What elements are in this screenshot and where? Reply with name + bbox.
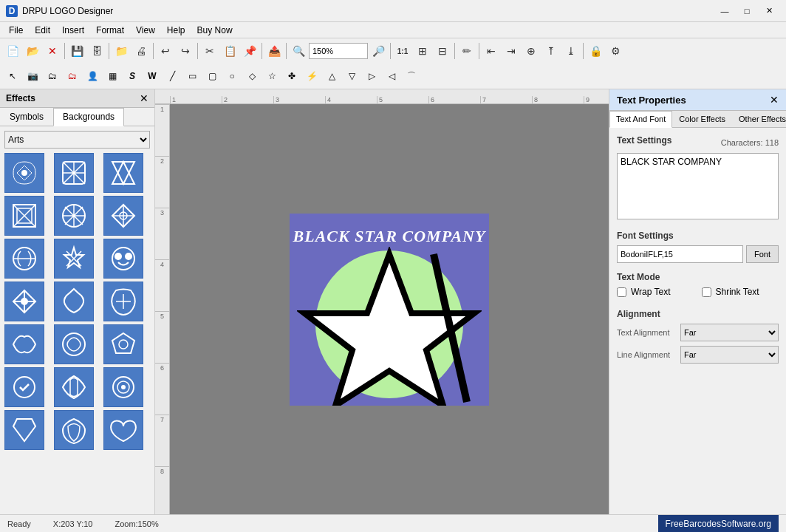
diamond-tool[interactable]: ◇ xyxy=(242,66,262,86)
align-bottom-button[interactable]: ⤓ xyxy=(561,41,581,61)
svg-point-13 xyxy=(63,333,85,355)
select-tool[interactable]: ↖ xyxy=(3,66,22,86)
export-button[interactable]: 📤 xyxy=(264,41,284,61)
line-tool[interactable]: ╱ xyxy=(163,66,182,86)
svg-point-15 xyxy=(14,377,35,398)
symbol-item[interactable] xyxy=(4,410,44,450)
zoom-out-button[interactable]: 🔎 xyxy=(369,41,388,61)
close-button[interactable]: ✕ xyxy=(758,4,780,18)
symbol-item[interactable] xyxy=(103,239,143,279)
save-all-button[interactable]: 🗄 xyxy=(87,41,106,61)
rectangle-tool[interactable]: ▭ xyxy=(182,66,202,86)
arrow-tool[interactable]: ⚡ xyxy=(302,66,321,86)
user-tool[interactable]: 👤 xyxy=(83,66,102,86)
minimize-button[interactable]: — xyxy=(714,4,736,18)
tab-symbols[interactable]: Symbols xyxy=(0,108,53,126)
tab-other-effects[interactable]: Other Effects xyxy=(732,111,786,127)
tab-backgrounds[interactable]: Backgrounds xyxy=(53,108,124,126)
fit-button[interactable]: ⊞ xyxy=(413,41,432,61)
menu-format[interactable]: Format xyxy=(90,24,130,37)
zoom-in-button[interactable]: 🔍 xyxy=(289,41,308,61)
canvas-scroll[interactable]: BLACK STAR COMPANY xyxy=(170,104,609,514)
symbol-item[interactable] xyxy=(4,153,44,193)
symbol-item[interactable] xyxy=(54,410,94,450)
undo-button[interactable]: ↩ xyxy=(156,41,175,61)
actual-size-button[interactable]: 1:1 xyxy=(393,41,412,61)
align-center-button[interactable]: ⊕ xyxy=(522,41,541,61)
symbol-item[interactable] xyxy=(54,196,94,236)
zoom-input[interactable] xyxy=(309,43,368,59)
symbol-item[interactable] xyxy=(4,324,44,364)
sep9 xyxy=(479,43,479,59)
triangle-tool[interactable]: △ xyxy=(322,66,341,86)
star-tool[interactable]: ☆ xyxy=(262,66,281,86)
lock-button[interactable]: 🔒 xyxy=(586,41,605,61)
symbol-item[interactable] xyxy=(54,367,94,407)
text-content-area[interactable] xyxy=(617,153,779,219)
category-select[interactable]: Arts Nature Business xyxy=(4,131,150,149)
arrow-right-tool[interactable]: ▷ xyxy=(362,66,381,86)
symbol-item[interactable] xyxy=(103,324,143,364)
symbol-item[interactable] xyxy=(4,367,44,407)
open-button[interactable]: 📂 xyxy=(23,41,42,61)
barcode-tool[interactable]: ▦ xyxy=(103,66,122,86)
symbol-item[interactable] xyxy=(54,324,94,364)
open-folder-button[interactable]: 📁 xyxy=(112,41,131,61)
tab-text-and-font[interactable]: Text And Font xyxy=(609,111,672,128)
cut-button[interactable]: ✂ xyxy=(200,41,219,61)
rounded-rect-tool[interactable]: ▢ xyxy=(202,66,222,86)
shrink-text-checkbox[interactable] xyxy=(702,287,711,297)
menu-help[interactable]: Help xyxy=(161,24,191,37)
align-left-button[interactable]: ⇤ xyxy=(482,41,501,61)
text-properties-close[interactable]: ✕ xyxy=(770,94,779,106)
symbol-item[interactable] xyxy=(4,282,44,321)
pencil-button[interactable]: ✏ xyxy=(457,41,476,61)
logo-canvas[interactable]: BLACK STAR COMPANY xyxy=(290,214,489,406)
copy-button[interactable]: 📋 xyxy=(220,41,239,61)
ellipse-tool[interactable]: ○ xyxy=(222,66,242,86)
maximize-button[interactable]: □ xyxy=(736,4,758,18)
font-button[interactable]: Font xyxy=(746,245,779,263)
line-alignment-select[interactable]: Near Center Far xyxy=(680,346,779,364)
ruler-h-mark: 8 xyxy=(532,96,584,103)
wrap-text-checkbox[interactable] xyxy=(617,287,626,297)
symbol-item[interactable] xyxy=(54,239,94,279)
symbol-item[interactable] xyxy=(103,196,143,236)
align-right-button[interactable]: ⇥ xyxy=(502,41,521,61)
menu-view[interactable]: View xyxy=(130,24,161,37)
align-top-button[interactable]: ⤒ xyxy=(541,41,561,61)
properties-button[interactable]: ⚙ xyxy=(606,41,625,61)
tab-color-effects[interactable]: Color Effects xyxy=(672,111,732,127)
menu-insert[interactable]: Insert xyxy=(56,24,90,37)
redo-button[interactable]: ↪ xyxy=(176,41,195,61)
symbol-item[interactable] xyxy=(4,239,44,279)
symbol-item[interactable] xyxy=(103,153,143,193)
arrow-left-tool[interactable]: ◁ xyxy=(382,66,401,86)
menu-buynow[interactable]: Buy Now xyxy=(191,24,239,37)
text-s-tool[interactable]: S xyxy=(123,66,142,86)
cross-tool[interactable]: ✤ xyxy=(282,66,301,86)
text-w-tool[interactable]: W xyxy=(143,66,162,86)
symbol-item[interactable] xyxy=(103,367,143,407)
screenshot-tool[interactable]: 📷 xyxy=(23,66,42,86)
symbol-item[interactable] xyxy=(54,282,94,321)
symbol-item[interactable] xyxy=(103,282,143,321)
new-button[interactable]: 📄 xyxy=(3,41,22,61)
paste-button[interactable]: 📌 xyxy=(240,41,259,61)
layers-tool[interactable]: 🗂 xyxy=(43,66,62,86)
arc-tool[interactable]: ⌒ xyxy=(402,66,421,86)
menu-file[interactable]: File xyxy=(3,24,29,37)
grid-button[interactable]: ⊟ xyxy=(433,41,452,61)
font-input[interactable] xyxy=(617,245,743,263)
symbol-item[interactable] xyxy=(4,196,44,236)
symbol-item[interactable] xyxy=(103,410,143,450)
close-file-button[interactable]: ✕ xyxy=(43,41,62,61)
symbol-item[interactable] xyxy=(54,153,94,193)
text-alignment-select[interactable]: Near Center Far xyxy=(680,324,779,341)
save-button[interactable]: 💾 xyxy=(67,41,86,61)
triangle-down-tool[interactable]: ▽ xyxy=(342,66,361,86)
print-button[interactable]: 🖨 xyxy=(131,41,151,61)
menu-edit[interactable]: Edit xyxy=(29,24,56,37)
effects-panel-close[interactable]: ✕ xyxy=(140,92,148,104)
color-layer-tool[interactable]: 🗂 xyxy=(63,66,82,86)
